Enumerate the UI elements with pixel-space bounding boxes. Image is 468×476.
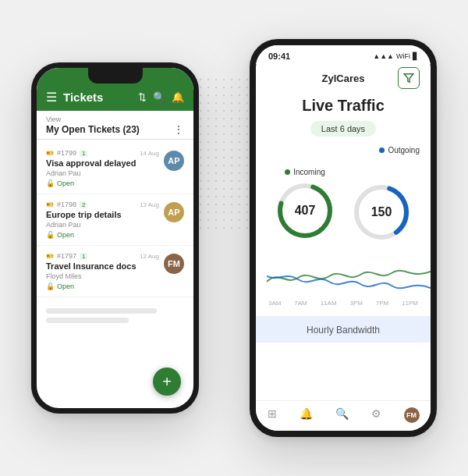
date-filter-pill[interactable]: Last 6 days bbox=[310, 121, 376, 137]
scene: ☰ Tickets ⇅ 🔍 🔔 View My Open Tickets (23… bbox=[16, 16, 452, 460]
time-label-11am: 11AM bbox=[321, 300, 337, 307]
status-time: 09:41 bbox=[268, 52, 290, 61]
view-bar: View My Open Tickets (23) ⋮ bbox=[37, 111, 193, 140]
user-avatar: FM bbox=[404, 407, 420, 423]
status-label: Open bbox=[57, 282, 74, 290]
wifi-icon: WiFi bbox=[396, 52, 410, 60]
nav-grid[interactable]: ⊞ bbox=[268, 407, 277, 423]
ticket-date: 12 Aug bbox=[140, 253, 159, 260]
bell-icon[interactable]: 🔔 bbox=[172, 91, 184, 103]
ticket-id: #1797 bbox=[57, 252, 76, 260]
nav-user[interactable]: FM bbox=[404, 407, 420, 423]
page-title: Live Traffic bbox=[256, 94, 431, 121]
outgoing-gauge: 150 bbox=[350, 181, 413, 243]
view-title: My Open Tickets (23) bbox=[46, 124, 140, 135]
legend-outgoing: Outgoing bbox=[379, 146, 420, 155]
ticket-icon: 🎫 bbox=[46, 201, 54, 208]
date-filter-row: Last 6 days bbox=[256, 121, 431, 146]
nav-bell[interactable]: 🔔 bbox=[300, 407, 313, 423]
ticket-author: Floyd Miles bbox=[46, 272, 159, 280]
gauges: Incoming 407 bbox=[267, 159, 420, 250]
ticket-title: Travel Insurance docs bbox=[46, 261, 159, 271]
status-label: Open bbox=[57, 179, 74, 187]
chart-area: Outgoing Incoming bbox=[256, 146, 431, 310]
rt-app-name: ZylCares bbox=[289, 73, 398, 84]
right-phone: 09:41 ▲▲▲ WiFi ▊ ZylCares Live Traffic L… bbox=[250, 39, 437, 437]
incoming-value: 407 bbox=[295, 204, 316, 218]
time-label-7pm: 7PM bbox=[376, 300, 388, 307]
battery-icon: ▊ bbox=[413, 52, 418, 60]
bell-nav-icon: 🔔 bbox=[300, 407, 313, 420]
ticket-date: 13 Aug bbox=[140, 201, 159, 208]
time-label-7am: 7AM bbox=[294, 300, 307, 307]
ticket-status: 🔓 Open bbox=[46, 282, 159, 290]
ticket-badge: 1 bbox=[80, 150, 87, 157]
status-icon: 🔓 bbox=[46, 231, 55, 239]
search-nav-icon: 🔍 bbox=[335, 407, 349, 420]
ticket-author: Adrian Pau bbox=[46, 169, 159, 177]
ticket-main: 🎫 #1797 1 12 Aug Travel Insurance docs F… bbox=[46, 252, 159, 290]
settings-nav-icon: ⚙ bbox=[371, 407, 381, 420]
avatar: AP bbox=[164, 151, 184, 171]
ticket-main: 🎫 #1799 1 14 Aug Visa approval delayed A… bbox=[46, 149, 159, 187]
skeleton-line bbox=[46, 318, 129, 323]
status-icon: 🔓 bbox=[46, 282, 55, 290]
incoming-gauge: 407 bbox=[274, 179, 336, 242]
skeleton-lines bbox=[37, 300, 193, 335]
bottom-nav: ⊞ 🔔 🔍 ⚙ FM bbox=[256, 400, 431, 431]
fab-icon: + bbox=[162, 373, 172, 391]
tickets-title: Tickets bbox=[63, 91, 132, 104]
view-label: View bbox=[46, 115, 184, 123]
ticket-main: 🎫 #1798 2 13 Aug Europe trip details Adr… bbox=[46, 201, 159, 239]
ticket-meta: 🎫 #1799 1 14 Aug bbox=[46, 149, 159, 157]
ticket-author: Adrian Pau bbox=[46, 221, 159, 229]
ticket-id: #1798 bbox=[57, 201, 76, 208]
time-labels: 3AM 7AM 11AM 3PM 7PM 11PM bbox=[267, 297, 420, 307]
ticket-date: 14 Aug bbox=[140, 150, 159, 157]
nav-settings[interactable]: ⚙ bbox=[371, 407, 381, 423]
ticket-badge: 2 bbox=[80, 201, 87, 208]
table-row[interactable]: 🎫 #1798 2 13 Aug Europe trip details Adr… bbox=[37, 194, 193, 246]
view-options-icon[interactable]: ⋮ bbox=[173, 123, 184, 136]
hamburger-icon[interactable]: ☰ bbox=[46, 90, 57, 105]
search-icon[interactable]: 🔍 bbox=[153, 91, 165, 103]
ticket-title: Europe trip details bbox=[46, 210, 159, 219]
header-icons: ⇅ 🔍 🔔 bbox=[138, 91, 184, 103]
table-row[interactable]: 🎫 #1799 1 14 Aug Visa approval delayed A… bbox=[37, 143, 193, 194]
status-label: Open bbox=[57, 231, 74, 239]
incoming-label: Incoming bbox=[293, 168, 325, 176]
ticket-meta: 🎫 #1798 2 13 Aug bbox=[46, 201, 159, 208]
outgoing-dot bbox=[379, 147, 385, 153]
ticket-icon: 🎫 bbox=[46, 253, 54, 260]
signal-icon: ▲▲▲ bbox=[373, 52, 394, 60]
filter-button[interactable] bbox=[398, 67, 420, 89]
fab-button[interactable]: + bbox=[153, 368, 181, 396]
ticket-badge: 1 bbox=[80, 253, 87, 260]
incoming-legend: Incoming bbox=[274, 168, 336, 176]
skeleton-line bbox=[46, 308, 157, 314]
table-row[interactable]: 🎫 #1797 1 12 Aug Travel Insurance docs F… bbox=[37, 246, 193, 297]
ticket-status: 🔓 Open bbox=[46, 231, 159, 239]
nav-search[interactable]: 🔍 bbox=[335, 407, 349, 423]
time-label-3am: 3AM bbox=[268, 300, 281, 307]
chart-legend: Outgoing bbox=[267, 146, 420, 155]
status-icon: 🔓 bbox=[46, 179, 55, 187]
outgoing-value: 150 bbox=[371, 205, 392, 219]
left-phone: ☰ Tickets ⇅ 🔍 🔔 View My Open Tickets (23… bbox=[31, 62, 199, 414]
wave-chart: 3AM 7AM 11AM 3PM 7PM 11PM bbox=[267, 250, 420, 310]
ticket-status: 🔓 Open bbox=[46, 179, 159, 187]
svg-marker-2 bbox=[404, 74, 413, 83]
hourly-bandwidth-bar[interactable]: Hourly Bandwidth bbox=[256, 316, 431, 343]
avatar: AP bbox=[164, 202, 184, 222]
time-label-3pm: 3PM bbox=[349, 300, 362, 307]
status-icons: ▲▲▲ WiFi ▊ bbox=[373, 52, 418, 60]
left-phone-notch bbox=[88, 68, 143, 83]
view-selector[interactable]: My Open Tickets (23) ⋮ bbox=[46, 123, 184, 136]
filter-icon[interactable]: ⇅ bbox=[138, 91, 147, 103]
avatar: FM bbox=[164, 254, 184, 274]
hourly-bandwidth-label: Hourly Bandwidth bbox=[307, 325, 380, 336]
ticket-meta: 🎫 #1797 1 12 Aug bbox=[46, 252, 159, 260]
incoming-dot bbox=[285, 169, 290, 175]
grid-icon: ⊞ bbox=[268, 407, 277, 420]
rt-header: ZylCares bbox=[256, 64, 431, 94]
